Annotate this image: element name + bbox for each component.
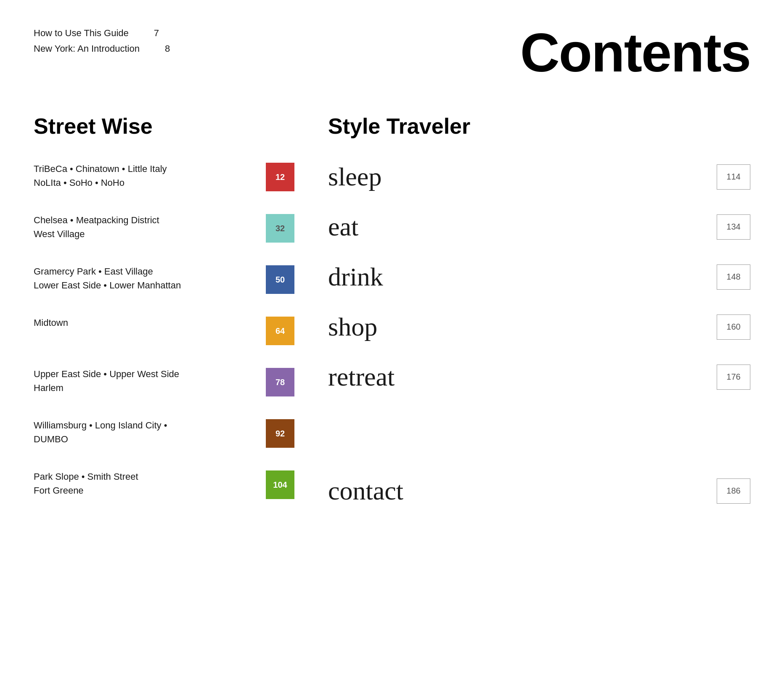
intro-page-2: 8	[165, 41, 170, 56]
style-page-contact: 186	[717, 478, 750, 504]
style-page-eat: 134	[717, 214, 750, 240]
street-entry-line1-upper: Upper East Side • Upper West Side	[34, 367, 257, 381]
style-entry-retreat: retreat 176	[328, 362, 750, 392]
color-badge-williamsburg: 92	[266, 419, 294, 448]
street-entry-line2-tribeca: NoLIta • SoHo • NoHo	[34, 176, 257, 190]
style-page-drink: 148	[717, 264, 750, 290]
style-page-sleep: 114	[717, 164, 750, 190]
street-entry-text-upper: Upper East Side • Upper West Side Harlem	[34, 367, 257, 395]
street-entry-upper: Upper East Side • Upper West Side Harlem…	[34, 367, 294, 396]
style-label-contact: contact	[328, 476, 403, 506]
color-badge-gramercy: 50	[266, 265, 294, 294]
street-entry-gramercy: Gramercy Park • East Village Lower East …	[34, 264, 294, 294]
street-entry-line1-chelsea: Chelsea • Meatpacking District	[34, 213, 257, 227]
style-page-shop: 160	[717, 314, 750, 340]
intro-links: How to Use This Guide 7 New York: An Int…	[34, 25, 170, 57]
style-label-drink: drink	[328, 262, 383, 292]
street-wise-heading: Street Wise	[34, 114, 294, 139]
color-badge-chelsea: 32	[266, 214, 294, 243]
street-entry-park-slope: Park Slope • Smith Street Fort Greene 10…	[34, 470, 294, 499]
street-entry-line2-park-slope: Fort Greene	[34, 484, 257, 497]
street-entry-line1-williamsburg: Williamsburg • Long Island City •	[34, 418, 257, 432]
contents-title: Contents	[520, 25, 750, 80]
street-entry-line1-midtown: Midtown	[34, 316, 257, 330]
color-badge-midtown: 64	[266, 317, 294, 345]
street-entry-line2-upper: Harlem	[34, 381, 257, 395]
street-entry-line1-tribeca: TriBeCa • Chinatown • Little Italy	[34, 162, 257, 176]
style-entry-sleep: sleep 114	[328, 162, 750, 192]
street-entry-line1-gramercy: Gramercy Park • East Village	[34, 264, 257, 278]
street-entry-text-williamsburg: Williamsburg • Long Island City • DUMBO	[34, 418, 257, 446]
style-traveler-section: Style Traveler sleep 114 eat 134 drink 1…	[294, 114, 750, 526]
intro-row-2: New York: An Introduction 8	[34, 41, 170, 56]
street-entry-text-midtown: Midtown	[34, 316, 257, 330]
style-entry-eat: eat 134	[328, 212, 750, 242]
intro-row-1: How to Use This Guide 7	[34, 25, 170, 41]
intro-label-2: New York: An Introduction	[34, 41, 140, 56]
intro-label-1: How to Use This Guide	[34, 25, 129, 41]
color-badge-park-slope: 104	[266, 470, 294, 499]
street-entry-line2-williamsburg: DUMBO	[34, 432, 257, 446]
street-entry-text-gramercy: Gramercy Park • East Village Lower East …	[34, 264, 257, 292]
street-entry-line2-gramercy: Lower East Side • Lower Manhattan	[34, 278, 257, 292]
intro-page-1: 7	[154, 25, 159, 41]
color-badge-upper: 78	[266, 368, 294, 396]
style-label-sleep: sleep	[328, 162, 381, 192]
header-section: How to Use This Guide 7 New York: An Int…	[34, 25, 750, 80]
main-sections: Street Wise TriBeCa • Chinatown • Little…	[34, 114, 750, 526]
street-entry-williamsburg: Williamsburg • Long Island City • DUMBO …	[34, 418, 294, 448]
style-label-shop: shop	[328, 312, 377, 342]
street-entry-chelsea: Chelsea • Meatpacking District West Vill…	[34, 213, 294, 243]
style-label-eat: eat	[328, 212, 358, 242]
street-entry-midtown: Midtown 64	[34, 316, 294, 345]
style-label-retreat: retreat	[328, 362, 395, 392]
style-page-retreat: 176	[717, 365, 750, 390]
street-entry-line2-chelsea: West Village	[34, 227, 257, 241]
style-traveler-heading: Style Traveler	[328, 114, 750, 139]
street-entry-text-park-slope: Park Slope • Smith Street Fort Greene	[34, 470, 257, 497]
street-wise-section: Street Wise TriBeCa • Chinatown • Little…	[34, 114, 294, 526]
style-entry-drink: drink 148	[328, 262, 750, 292]
street-entry-text-tribeca: TriBeCa • Chinatown • Little Italy NoLIt…	[34, 162, 257, 190]
street-entry-text-chelsea: Chelsea • Meatpacking District West Vill…	[34, 213, 257, 241]
color-badge-tribeca: 12	[266, 163, 294, 191]
style-entry-contact: contact 186	[328, 476, 750, 506]
street-entry-line1-park-slope: Park Slope • Smith Street	[34, 470, 257, 484]
style-entry-shop: shop 160	[328, 312, 750, 342]
street-entry-tribeca: TriBeCa • Chinatown • Little Italy NoLIt…	[34, 162, 294, 191]
